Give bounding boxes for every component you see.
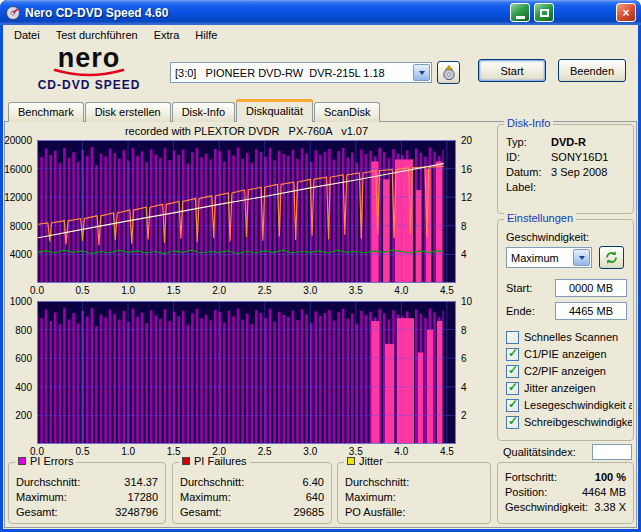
axis-tick-label: 4.5 [440,285,454,296]
pi-errors-panel: PI Errors Durchschnitt:314.37 Maximum:17… [8,462,166,524]
jitter-anzeigen-checkbox[interactable] [506,382,519,395]
pi-failures-color-chip [182,457,190,465]
end-position-label: Ende: [506,305,535,317]
tab-benchmark[interactable]: Benchmark [8,102,84,122]
start-button[interactable]: Start [478,59,546,82]
axis-tick-label: 1000 [10,296,32,307]
stat-row: Gesamt:29685 [173,505,331,520]
progress-row: Geschwindigkeit:3.38 X [498,500,633,515]
toolbar: nero CD-DVD SPEED [3:0] PIONEER DVD-RW D… [3,45,638,99]
tab-label: Disk erstellen [95,106,161,118]
disk-info-row: Label: [498,180,633,195]
lesegeschwindigkeit-row[interactable]: Lesegeschwindigkeit a [506,398,632,412]
maximize-button[interactable] [534,3,554,22]
progress-row: Fortschritt:100 % [498,470,633,485]
axis-tick-label: 4.5 [440,446,454,457]
axis-tick-label: 12000 [4,192,32,203]
close-button[interactable]: × [616,3,636,22]
axis-tick-label: 10 [461,296,472,307]
axis-tick-label: 2.5 [258,446,272,457]
lesegeschwindigkeit-checkbox[interactable] [506,399,519,412]
checkbox-label: C1/PIE anzeigen [524,348,607,360]
pi-failures-chart [37,301,456,444]
checkbox-label: Lesegeschwindigkeit a [524,399,632,411]
end-position-field[interactable]: 4465 MB [555,302,627,320]
app-icon [5,5,21,21]
minimize-icon [516,16,525,19]
settings-panel-title: Einstellungen [504,212,576,224]
axis-tick-label: 4.0 [394,285,408,296]
menu-extra[interactable]: Extra [146,26,188,44]
checkbox-label: Schreibgeschwindigkeit [524,416,632,428]
checkbox-label: Jitter anzeigen [524,382,596,394]
jitter-panel-title: Jitter [344,455,386,467]
app-window: Nero CD-DVD Speed 4.60 × Datei Test durc… [0,0,641,532]
tab-bar: Benchmark Disk erstellen Disk-Info Diskq… [8,99,381,122]
eject-button[interactable] [437,61,460,84]
jitter-color-chip [347,457,355,465]
axis-tick-label: 20000 [4,135,32,146]
schnelles-scannen-checkbox[interactable] [506,331,519,344]
tab-disk-info[interactable]: Disk-Info [172,102,235,122]
pi-failures-left-axis: 1000800600400200 [2,301,34,444]
stat-row: Durchschnitt: [338,475,490,490]
panel-title-text: Jitter [359,455,383,467]
minimize-button[interactable] [510,3,530,22]
menu-test-durchfuehren[interactable]: Test durchführen [48,26,146,44]
axis-tick-label: 4 [461,249,467,260]
axis-tick-label: 800 [15,325,32,336]
eject-disc-icon [441,65,457,81]
tab-disk-erstellen[interactable]: Disk erstellen [85,102,171,122]
c2-pif-row[interactable]: C2/PIF anzeigen [506,364,606,378]
jitter-panel: Jitter Durchschnitt: Maximum: PO Ausfäll… [337,462,491,524]
schreibgeschwindigkeit-row[interactable]: Schreibgeschwindigkeit [506,415,632,429]
menu-datei[interactable]: Datei [6,26,48,44]
tab-label: Benchmark [18,106,74,118]
stat-row: Maximum: [338,490,490,505]
panel-title-text: PI Failures [194,455,247,467]
schreibgeschwindigkeit-checkbox[interactable] [506,416,519,429]
c2-pif-checkbox[interactable] [506,365,519,378]
disk-info-row: Typ:DVD-R [498,135,633,150]
refresh-speed-button[interactable] [599,246,624,269]
stat-row: Durchschnitt:6.40 [173,475,331,490]
chart-recorded-with-label: recorded with PLEXTOR DVDR PX-760A v1.07 [37,125,456,137]
stat-row: Maximum:17280 [9,490,165,505]
chevron-down-icon[interactable] [413,64,430,81]
axis-tick-label: 8 [461,221,467,232]
axis-tick-label: 2.0 [212,285,226,296]
axis-tick-label: 12 [461,192,472,203]
nero-brand-text: nero [13,46,165,70]
tab-scandisk[interactable]: ScanDisk [314,102,380,122]
menu-hilfe[interactable]: Hilfe [187,26,225,44]
refresh-icon [604,250,619,265]
tab-diskqualitaet[interactable]: Diskqualität [236,99,313,122]
start-position-label: Start: [506,282,532,294]
c1-pie-checkbox[interactable] [506,348,519,361]
nero-logo: nero CD-DVD SPEED [13,46,165,96]
pi-errors-color-chip [18,457,26,465]
jitter-anzeigen-row[interactable]: Jitter anzeigen [506,381,596,395]
axis-tick-label: 0.5 [76,285,90,296]
start-position-field[interactable]: 0000 MB [555,279,627,297]
axis-tick-label: 6 [461,353,467,364]
tab-label: ScanDisk [324,106,370,118]
axis-tick-label: 3.0 [303,446,317,457]
tab-label: Disk-Info [182,106,225,118]
speed-label: Geschwindigkeit: [506,231,589,243]
speed-select[interactable]: Maximum [506,247,592,268]
axis-tick-label: 400 [15,382,32,393]
stat-row: Durchschnitt:314.37 [9,475,165,490]
disk-info-row: Datum:3 Sep 2008 [498,165,633,180]
c1-pie-row[interactable]: C1/PIE anzeigen [506,347,607,361]
disk-info-row: ID:SONY16D1 [498,150,633,165]
maximize-icon [540,9,549,17]
axis-tick-label: 4000 [10,249,32,260]
quit-button[interactable]: Beenden [558,59,626,82]
drive-select[interactable]: [3:0] PIONEER DVD-RW DVR-215L 1.18 [170,62,432,83]
chevron-down-icon[interactable] [573,249,590,266]
schnelles-scannen-row[interactable]: Schnelles Scannen [506,330,618,344]
axis-tick-label: 8 [461,325,467,336]
axis-tick-label: 16000 [4,164,32,175]
titlebar[interactable]: Nero CD-DVD Speed 4.60 × [0,0,641,25]
